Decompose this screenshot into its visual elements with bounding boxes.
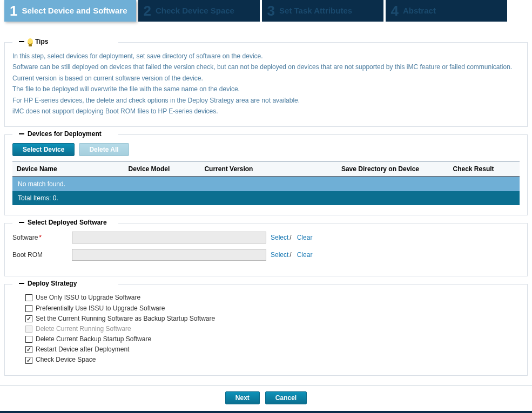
step-number: 2	[144, 3, 151, 19]
software-title: Select Deployed Software	[28, 219, 107, 226]
tips-title: Tips	[35, 38, 48, 45]
tips-line: Current version is based on current soft…	[12, 73, 520, 84]
strategy-title: Deploy Strategy	[28, 280, 77, 287]
tips-line: In this step, select devices for deploym…	[12, 51, 520, 62]
strategy-label: Delete Current Backup Startup Software	[36, 334, 151, 344]
devices-section: Devices for Deployment Select Device Del…	[4, 134, 528, 215]
devices-legend: Devices for Deployment	[16, 130, 105, 138]
strategy-legend: Deploy Strategy	[16, 280, 80, 287]
table-total-row: Total Items: 0.	[12, 191, 520, 205]
devices-title: Devices for Deployment	[28, 130, 102, 138]
strategy-label: Set the Current Running Software as Back…	[36, 314, 215, 324]
strategy-label: Preferentially Use ISSU to Upgrade Softw…	[36, 303, 165, 314]
checkbox-issu-preferential[interactable]	[25, 305, 32, 312]
step-number: 1	[10, 3, 17, 19]
step-title: Abstract	[403, 6, 436, 15]
col-device-name: Device Name	[12, 162, 124, 177]
software-clear-link[interactable]: Clear	[297, 234, 313, 241]
checkbox-check-space[interactable]	[25, 357, 32, 364]
total-items: Total Items: 0.	[12, 191, 520, 205]
strategy-label: Use Only ISSU to Upgrade Software	[36, 293, 140, 303]
software-section: Select Deployed Software Software* Selec…	[4, 223, 528, 276]
step-number: 4	[391, 3, 399, 19]
step-title: Select Device and Software	[22, 6, 127, 15]
software-label: Software*	[12, 234, 72, 241]
software-legend: Select Deployed Software	[16, 219, 110, 226]
tips-line: iMC does not support deploying Boot ROM …	[12, 106, 520, 117]
strategy-section: Deploy Strategy Use Only ISSU to Upgrade…	[4, 284, 528, 375]
strategy-option: Preferentially Use ISSU to Upgrade Softw…	[25, 303, 520, 314]
devices-table: Device Name Device Model Current Version…	[12, 161, 520, 205]
strategy-option: Delete Current Backup Startup Software	[25, 334, 520, 344]
select-device-button[interactable]: Select Device	[12, 143, 75, 156]
step-title: Check Device Space	[156, 6, 234, 15]
wizard-steps: 1 Select Device and Software 2 Check Dev…	[0, 0, 532, 22]
delete-all-button[interactable]: Delete All	[79, 143, 129, 156]
tips-line: The file to be deployed will overwrite t…	[12, 84, 520, 94]
strategy-option: Set the Current Running Software as Back…	[25, 314, 520, 324]
col-device-model: Device Model	[124, 162, 200, 177]
lightbulb-icon	[28, 38, 33, 45]
strategy-label: Check Device Space	[36, 355, 96, 365]
strategy-label: Restart Device after Deployment	[36, 344, 129, 355]
tips-section: Tips In this step, select devices for de…	[4, 42, 528, 127]
wizard-step-4[interactable]: 4 Abstract	[386, 0, 507, 22]
table-empty-row: No match found.	[12, 177, 520, 191]
bootrom-select-link[interactable]: Select	[271, 251, 288, 259]
wizard-step-1[interactable]: 1 Select Device and Software	[4, 0, 136, 22]
footer-actions: Next Cancel	[0, 385, 532, 411]
checkbox-backup-startup[interactable]	[25, 315, 32, 322]
col-save-directory: Save Directory on Device	[337, 162, 449, 177]
tips-line: For HP E-series devices, the delete and …	[12, 95, 520, 106]
wizard-step-2[interactable]: 2 Check Device Space	[138, 0, 260, 22]
step-number: 3	[267, 3, 275, 19]
bootrom-clear-link[interactable]: Clear	[297, 251, 313, 259]
cancel-button[interactable]: Cancel	[265, 391, 307, 404]
empty-message: No match found.	[12, 177, 520, 191]
strategy-label: Delete Current Running Software	[36, 324, 131, 334]
strategy-option: Restart Device after Deployment	[25, 344, 520, 355]
checkbox-delete-backup[interactable]	[25, 336, 32, 343]
bootrom-label: Boot ROM	[12, 251, 72, 259]
bootrom-input[interactable]	[72, 249, 266, 261]
tips-legend: Tips	[16, 38, 51, 45]
col-current-version: Current Version	[200, 162, 337, 177]
step-title: Set Task Attributes	[279, 6, 352, 15]
checkbox-restart[interactable]	[25, 346, 32, 353]
next-button[interactable]: Next	[225, 391, 260, 404]
checkbox-issu-only[interactable]	[25, 294, 32, 301]
tips-line: Software can be still deployed on device…	[12, 62, 520, 72]
strategy-option: Use Only ISSU to Upgrade Software	[25, 293, 520, 303]
col-check-result: Check Result	[449, 162, 520, 177]
checkbox-delete-running	[25, 326, 32, 333]
strategy-option: Check Device Space	[25, 355, 520, 365]
strategy-option: Delete Current Running Software	[25, 324, 520, 334]
bottom-bar	[0, 411, 532, 413]
software-input[interactable]	[72, 232, 266, 243]
software-select-link[interactable]: Select	[271, 234, 288, 241]
wizard-step-3[interactable]: 3 Set Task Attributes	[262, 0, 383, 22]
